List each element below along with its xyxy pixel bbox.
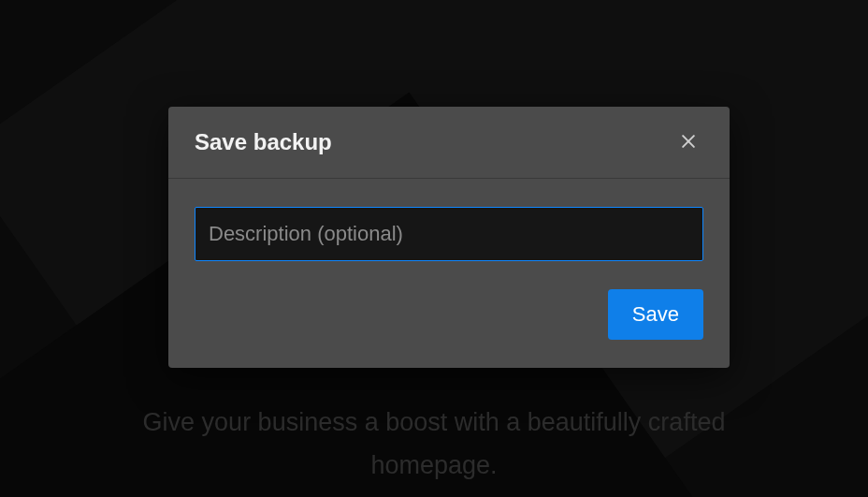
modal-title: Save backup [195,129,332,155]
save-button[interactable]: Save [608,289,703,340]
close-button[interactable] [673,127,703,157]
save-backup-modal: Save backup Save [168,107,730,368]
description-input[interactable] [195,207,703,261]
close-icon [679,132,698,153]
modal-footer: Save [168,261,730,368]
modal-header: Save backup [168,107,730,179]
modal-body [168,179,730,261]
